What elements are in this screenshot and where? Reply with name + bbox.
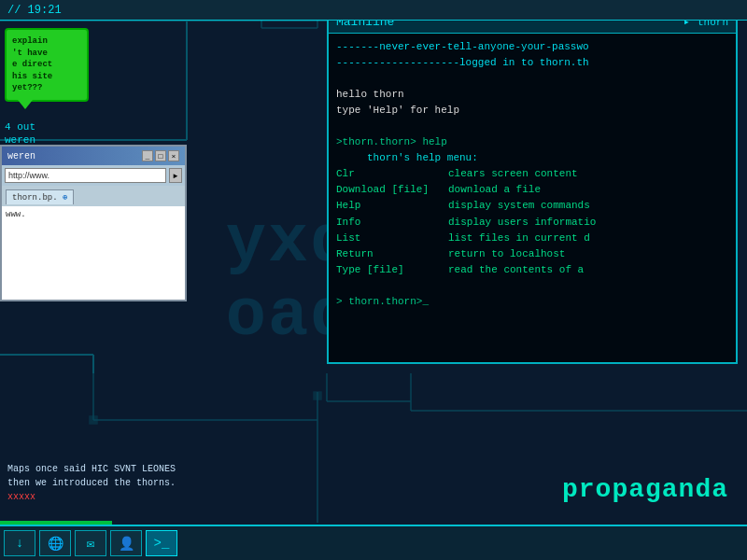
browser-go-btn[interactable]: ►: [169, 168, 182, 183]
globe-icon: 🌐: [48, 536, 63, 552]
browser-close-btn[interactable]: ×: [168, 150, 179, 161]
terminal-icon: >_: [154, 536, 170, 551]
terminal-cmd-download: Download [file]download a file: [336, 182, 728, 198]
top-bar-time: // 19:21: [7, 4, 62, 17]
browser-content-area: www.: [2, 206, 185, 300]
taskbar-download-btn[interactable]: ↓: [4, 530, 35, 556]
browser-window: weren _ □ × ► thorn.bp. ⊕ www.: [0, 145, 187, 301]
taskbar-progress-bar: [0, 521, 112, 525]
download-icon: ↓: [16, 536, 23, 551]
terminal-cmd-info: Infodisplay users informatio: [336, 215, 728, 231]
browser-tab-bar: thorn.bp. ⊕: [2, 186, 185, 206]
taskbar-user-btn[interactable]: 👤: [110, 530, 142, 556]
terminal-body[interactable]: -------never-ever-tell-anyone-your-passw…: [329, 34, 736, 315]
terminal-cmd-type: Type [file]read the contents of a: [336, 262, 728, 278]
taskbar-email-btn[interactable]: ✉: [75, 530, 106, 556]
time-display-area: 4 out weren: [5, 121, 35, 146]
browser-window-controls: _ □ ×: [142, 150, 179, 161]
quote-line2: then we introduced the thorns.: [7, 476, 176, 490]
browser-maximize-btn[interactable]: □: [155, 150, 166, 161]
terminal-cmd-clr: Clrclears screen content: [336, 166, 728, 182]
user-icon: 👤: [119, 536, 134, 552]
svg-rect-11: [90, 416, 97, 424]
terminal-cursor: _: [422, 296, 429, 307]
terminal-line-blank-3: [336, 278, 728, 294]
speech-bubble-text: explain't havee directhis siteyet???: [12, 35, 81, 94]
browser-tab-text: thorn.bp.: [12, 193, 58, 203]
terminal-help-hint: type 'Help' for help: [336, 103, 728, 119]
svg-rect-10: [314, 392, 321, 399]
speech-bubble: explain't havee directhis siteyet???: [5, 28, 89, 102]
browser-address-bar[interactable]: [5, 168, 166, 183]
bottom-quote-area: Maps once said HIC SVNT LEONES then we i…: [7, 462, 176, 504]
terminal-cmd-help: Helpdisplay system commands: [336, 198, 728, 214]
terminal-cmd-list: Listlist files in current d: [336, 231, 728, 246]
quote-line1: Maps once said HIC SVNT LEONES: [7, 462, 176, 476]
terminal-line-1: --------------------logged in to thorn.t…: [336, 55, 728, 71]
terminal-help-header: thorn's help menu:: [336, 150, 728, 166]
taskbar: ↓ 🌐 ✉ 👤 >_: [0, 525, 747, 560]
browser-minimize-btn[interactable]: _: [142, 150, 153, 161]
browser-titlebar: weren _ □ ×: [2, 147, 185, 165]
terminal-line-0: -------never-ever-tell-anyone-your-passw…: [336, 39, 728, 55]
browser-favicon: ⊕: [63, 193, 67, 203]
terminal-prompt-help: >thorn.thorn> help: [336, 134, 728, 150]
time-out-label: 4 out: [5, 121, 35, 133]
terminal-line-blank-1: [336, 71, 728, 87]
browser-page-content: www.: [6, 210, 181, 219]
browser-toolbar: ►: [2, 165, 185, 186]
terminal-cmd-return: Returnreturn to localhost: [336, 246, 728, 262]
terminal-final-prompt: > thorn.thorn>_: [336, 294, 728, 310]
quote-censored: xxxxx: [7, 490, 176, 504]
terminal-hello: hello thorn: [336, 87, 728, 103]
terminal-window: Mainline ▸ thorn -------never-ever-tell-…: [327, 9, 738, 364]
email-icon: ✉: [87, 536, 94, 552]
terminal-line-blank-2: [336, 119, 728, 134]
propaganda-label: propaganda: [562, 475, 728, 504]
taskbar-browser-btn[interactable]: 🌐: [39, 530, 71, 556]
browser-tab[interactable]: thorn.bp. ⊕: [6, 189, 74, 204]
browser-window-title: weren: [7, 151, 35, 161]
taskbar-terminal-btn[interactable]: >_: [146, 530, 177, 556]
top-bar: // 19:21: [0, 0, 747, 21]
